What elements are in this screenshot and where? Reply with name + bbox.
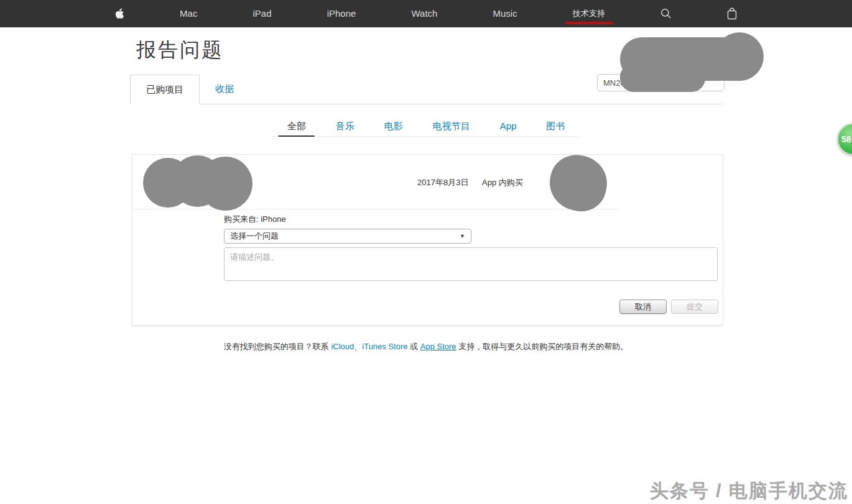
navbar-inner: Mac iPad iPhone Watch Music 技术支持 (115, 0, 737, 27)
report-problem-page: 报告问题 已购项目 收据 全部 音乐 电影 电视节目 App 图书 2017年8… (130, 27, 722, 481)
search-icon[interactable] (660, 8, 672, 19)
icloud-link[interactable]: iCloud (331, 342, 354, 351)
help-text: 没有找到您购买的项目？联系 iCloud、iTunes Store 或 App … (130, 341, 722, 352)
support-highlight-underline (565, 22, 613, 24)
app-store-link[interactable]: App Store (420, 342, 456, 351)
subtab-app[interactable]: App (491, 117, 526, 136)
help-text-sep1: 、 (354, 342, 362, 351)
cancel-button[interactable]: 取消 (619, 300, 667, 314)
nav-item-watch[interactable]: Watch (411, 0, 437, 27)
help-text-sep2: 或 (408, 342, 420, 351)
apple-navbar: Mac iPad iPhone Watch Music 技术支持 (0, 0, 852, 27)
subtab-movies[interactable]: 电影 (376, 117, 412, 136)
nav-item-support-label: 技术支持 (573, 9, 605, 18)
subtab-all[interactable]: 全部 (279, 117, 315, 137)
shopping-bag-icon[interactable] (727, 7, 737, 20)
issue-select-value: 选择一个问题 (230, 231, 279, 242)
subtab-tv-shows[interactable]: 电视节目 (424, 117, 479, 136)
subtab-music[interactable]: 音乐 (327, 117, 363, 136)
watermark-text: 头条号 / 电脑手机交流 (650, 479, 848, 504)
nav-item-mac[interactable]: Mac (180, 0, 197, 27)
nav-item-ipad[interactable]: iPad (253, 0, 272, 27)
itunes-store-link[interactable]: iTunes Store (362, 342, 407, 351)
help-text-part1: 没有找到您购买的项目？联系 (224, 342, 331, 351)
issue-select[interactable]: 选择一个问题 ▼ (224, 229, 471, 244)
redaction-blob-account (620, 63, 705, 92)
redaction-blob-price (545, 150, 612, 216)
purchase-item-panel: 2017年8月3日 App 内购买 购买来自: iPhone 选择一个问题 ▼ … (132, 154, 723, 326)
tab-purchased-items[interactable]: 已购项目 (130, 75, 200, 104)
apple-logo-icon[interactable] (115, 8, 124, 19)
purchase-type: App 内购买 (482, 177, 523, 188)
redaction-blob-account (715, 32, 764, 81)
chat-widget-badge-number: 58 (841, 134, 851, 144)
row-divider (132, 209, 619, 209)
submit-button[interactable]: 提交 (671, 300, 718, 314)
chevron-down-icon: ▼ (460, 233, 465, 239)
nav-item-iphone[interactable]: iPhone (327, 0, 356, 27)
help-text-part2: 支持，取得与更久以前购买的项目有关的帮助。 (456, 342, 629, 351)
purchase-date: 2017年8月3日 (417, 177, 468, 188)
nav-item-support[interactable]: 技术支持 (573, 8, 605, 19)
chat-widget-badge[interactable]: 58 (837, 123, 852, 155)
nav-item-music[interactable]: Music (493, 0, 517, 27)
purchased-from-label: 购买来自: iPhone (224, 214, 286, 225)
issue-description-textarea[interactable] (224, 247, 718, 281)
redaction-blob-app-name (198, 157, 252, 211)
category-subnav: 全部 音乐 电影 电视节目 App 图书 (272, 117, 580, 137)
page-title: 报告问题 (136, 36, 223, 63)
tab-receipts[interactable]: 收据 (215, 75, 234, 104)
subtab-books[interactable]: 图书 (537, 117, 573, 136)
